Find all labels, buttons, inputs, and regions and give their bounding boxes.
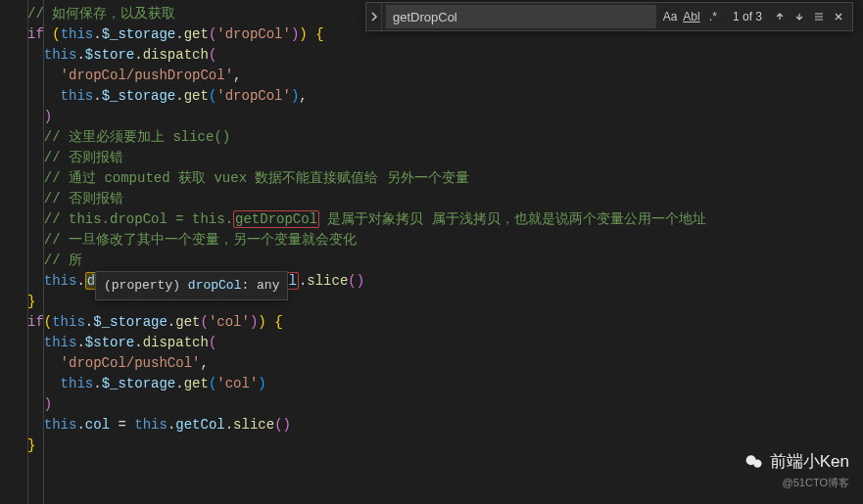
close-find-button[interactable]	[829, 7, 848, 26]
match-case-toggle[interactable]: Aa	[660, 7, 680, 26]
code-editor[interactable]: // 如何保存，以及获取 if (this.$_storage.get('dro…	[0, 0, 863, 460]
toggle-replace-button[interactable]	[366, 3, 382, 30]
search-match: getDropCol	[233, 210, 319, 228]
comment: // this.dropCol = this.getDropCol 是属于对象拷…	[44, 210, 706, 228]
next-match-button[interactable]	[790, 7, 809, 26]
regex-toggle[interactable]: .*	[703, 7, 723, 26]
match-count: 1 of 3	[733, 8, 762, 25]
find-widget: Aa Abl .* 1 of 3	[365, 2, 853, 31]
comment: // 这里必须要加上 slice()	[44, 129, 230, 145]
find-in-selection-button[interactable]	[809, 7, 829, 26]
find-input[interactable]	[386, 5, 656, 28]
keyword-if: if	[27, 26, 44, 42]
comment: // 如何保存，以及获取	[27, 6, 175, 22]
comment: // 通过 computed 获取 vuex 数据不能直接赋值给 另外一个变量	[44, 170, 469, 186]
comment: // 所	[44, 252, 82, 268]
prev-match-button[interactable]	[770, 7, 790, 26]
watermark: 前端小Ken @51CTO博客	[744, 449, 849, 490]
comment: // 一旦修改了其中一个变量，另一个变量就会变化	[44, 232, 357, 248]
wechat-icon	[744, 452, 764, 472]
hover-tooltip: (property) dropCol: any	[95, 271, 288, 300]
whole-word-toggle[interactable]: Abl	[682, 7, 701, 26]
comment: // 否则报错	[44, 150, 123, 165]
comment: // 否则报错	[44, 191, 123, 206]
svg-point-1	[753, 459, 761, 467]
